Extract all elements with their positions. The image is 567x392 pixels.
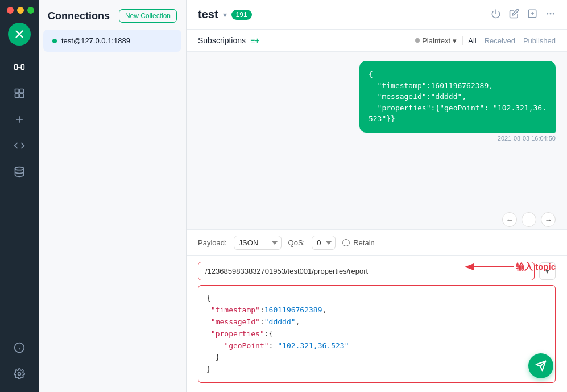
content-arrow-svg <box>457 389 503 392</box>
compose-area: ▾ 输入 topic { "timestamp":1601196762389, … <box>187 256 567 392</box>
filter-tabs: All Received Published <box>468 36 556 45</box>
retain-group: Retain <box>342 238 375 247</box>
payload-format-select[interactable]: JSON Plaintext Base64 Hex <box>234 236 282 250</box>
minimize-button[interactable] <box>17 7 24 14</box>
subscriptions-left: Subscriptions ≡+ <box>198 36 259 45</box>
svg-rect-1 <box>21 65 24 69</box>
filter-tab-all[interactable]: All <box>468 36 476 45</box>
send-button[interactable] <box>528 353 553 378</box>
connection-status-dot <box>52 39 57 43</box>
power-icon[interactable] <box>491 9 501 21</box>
svg-rect-4 <box>20 89 24 93</box>
main-title-group: test ▾ 191 <box>198 8 252 21</box>
retain-label: Retain <box>353 238 375 247</box>
add-tab-icon[interactable] <box>527 9 537 21</box>
payload-label: Payload: <box>198 238 227 247</box>
nav-arrows-row: ← − → <box>187 210 567 229</box>
retain-radio[interactable] <box>342 239 350 246</box>
svg-point-19 <box>550 13 552 14</box>
connection-item[interactable]: test@127.0.0.1:1889 <box>43 30 181 52</box>
svg-point-13 <box>18 373 21 376</box>
messages-area[interactable]: { "timestamp":1601196762389, "messageId"… <box>187 52 567 210</box>
topic-dropdown-button[interactable]: ▾ <box>539 262 556 280</box>
plaintext-selector[interactable]: Plaintext ▾ <box>415 36 457 45</box>
svg-rect-3 <box>15 89 19 93</box>
content-annotation-container: 发送的内容 <box>457 389 550 392</box>
subscriptions-right: Plaintext ▾ | All Received Published <box>415 35 556 46</box>
format-chevron-icon: ▾ <box>453 36 457 45</box>
format-dot <box>415 38 420 43</box>
sidebar-item-info[interactable] <box>8 336 31 359</box>
sidebar-item-settings[interactable] <box>8 362 31 385</box>
edit-icon[interactable] <box>509 9 519 21</box>
nav-forward-button[interactable]: → <box>541 212 556 227</box>
connections-panel: Connections New Collection test@127.0.0.… <box>39 0 187 392</box>
json-editor[interactable]: { "timestamp":1601196762389, "messageId"… <box>198 285 556 383</box>
sidebar-item-connections[interactable] <box>8 56 31 79</box>
message-count-badge: 191 <box>231 10 252 20</box>
sidebar-item-add[interactable] <box>8 108 31 131</box>
message-bubble: { "timestamp":1601196762389, "messageId"… <box>359 61 556 133</box>
sidebar-bottom <box>8 336 31 385</box>
filter-tab-received[interactable]: Received <box>485 36 515 45</box>
maximize-button[interactable] <box>27 7 34 14</box>
payload-bar: Payload: JSON Plaintext Base64 Hex QoS: … <box>187 229 567 256</box>
message-timestamp: 2021-08-03 16:04:50 <box>359 135 556 142</box>
sidebar-item-editor[interactable] <box>8 82 31 105</box>
more-icon[interactable] <box>545 9 556 21</box>
format-label: Plaintext <box>422 36 450 45</box>
traffic-lights <box>0 7 34 14</box>
main-header: test ▾ 191 <box>187 0 567 30</box>
connections-title: Connections <box>48 10 110 22</box>
svg-point-20 <box>553 13 554 14</box>
subscriptions-bar: Subscriptions ≡+ Plaintext ▾ | All Recei… <box>187 30 567 52</box>
svg-rect-5 <box>15 94 19 98</box>
nav-minus-button[interactable]: − <box>522 212 536 227</box>
svg-point-18 <box>547 13 548 14</box>
nav-back-button[interactable]: ← <box>502 212 517 227</box>
close-button[interactable] <box>7 7 14 14</box>
topic-input[interactable] <box>198 262 535 280</box>
header-actions <box>491 9 556 21</box>
sidebar <box>0 0 39 392</box>
qos-label: QoS: <box>288 238 305 247</box>
app-logo <box>8 23 31 46</box>
list-icon[interactable]: ≡+ <box>250 36 259 45</box>
connection-name: test@127.0.0.1:1889 <box>61 36 130 45</box>
connections-header: Connections New Collection <box>39 0 186 30</box>
main-area: test ▾ 191 <box>187 0 567 392</box>
filter-tab-published[interactable]: Published <box>523 36 556 45</box>
subscriptions-label: Subscriptions <box>198 36 246 45</box>
message-container: { "timestamp":1601196762389, "messageId"… <box>198 61 556 142</box>
connection-title: test <box>198 8 218 21</box>
sidebar-item-code[interactable] <box>8 134 31 157</box>
svg-point-9 <box>15 167 24 170</box>
message-content: { "timestamp":1601196762389, "messageId"… <box>369 70 547 123</box>
svg-rect-6 <box>20 94 24 98</box>
svg-rect-0 <box>15 65 18 69</box>
chevron-down-icon[interactable]: ▾ <box>223 10 227 19</box>
new-collection-button[interactable]: New Collection <box>119 9 177 23</box>
sidebar-nav <box>8 56 31 332</box>
send-icon <box>535 360 547 372</box>
sidebar-item-database[interactable] <box>8 160 31 183</box>
qos-select[interactable]: 0 1 2 <box>312 236 336 250</box>
